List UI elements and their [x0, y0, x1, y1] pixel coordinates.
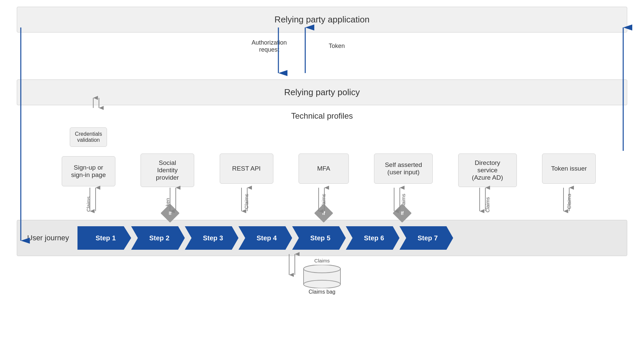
tp-signup-col: Credentialsvalidation Sign-up orsign-in … — [62, 127, 115, 219]
tech-profiles-section: Technical profiles Credentialsvalidation… — [17, 111, 627, 220]
claims-bag-arrow-labels: Claims — [314, 258, 330, 263]
user-journey-section: User journey Step 1 Step 2 Step 3 Step 4… — [17, 220, 627, 256]
if-diamond-4: If — [302, 206, 345, 220]
rp-policy-box: Relying party policy — [13, 79, 631, 105]
if-diamond-2: If — [145, 206, 195, 220]
claims-bag-text: Claims bag — [309, 289, 335, 295]
tp-self-col: Self asserted(user input) Claims — [374, 127, 433, 217]
step-6: Step 6 — [346, 226, 399, 250]
diagram-container: Relying party application Authorization … — [0, 0, 644, 362]
tp-rest-col: REST API Claims — [220, 127, 273, 217]
rp-application-label: Relying party application — [17, 7, 627, 33]
tech-profiles-label: Technical profiles — [17, 111, 627, 121]
if-diamonds-row: If If If — [17, 206, 627, 220]
tp-token-col: Token issuer Claims — [542, 127, 596, 217]
tp-box-dir: Directoryservice(Azure AD) — [458, 154, 517, 187]
step-2: Step 2 — [131, 226, 185, 250]
claims-bag-group: Claims Claims bag — [302, 258, 342, 295]
step-7: Step 7 — [399, 226, 453, 250]
rp-policy-label: Relying party policy — [17, 79, 627, 105]
arrow-area: Authorization request Token — [17, 33, 627, 79]
auth-request-label: Authorization request — [252, 39, 287, 53]
step-3: Step 3 — [185, 226, 238, 250]
token-label-top: Token — [329, 43, 345, 50]
steps-container: Step 1 Step 2 Step 3 Step 4 Step 5 Step … — [77, 226, 617, 250]
tp-dir-col: Directoryservice(Azure AD) Claims — [458, 127, 517, 220]
tp-box-social: SocialIdentityprovider — [141, 154, 194, 187]
tp-box-signup: Sign-up orsign-in page — [62, 156, 115, 186]
svg-point-34 — [304, 280, 340, 288]
credentials-box: Credentialsvalidation — [70, 127, 107, 147]
tp-mfa-col: MFA Claims — [299, 127, 349, 217]
claims-bag-cylinder — [302, 265, 342, 288]
step-1: Step 1 — [77, 226, 131, 250]
step-5: Step 5 — [292, 226, 346, 250]
tp-box-self: Self asserted(user input) — [374, 154, 433, 184]
tp-box-token: Token issuer — [542, 154, 596, 184]
tp-box-mfa: MFA — [299, 154, 349, 184]
user-journey-label: User journey — [27, 234, 71, 242]
rp-application-box: Relying party application — [13, 7, 631, 33]
if-diamond-5: If — [374, 206, 431, 220]
claims-bag-section: Claims Claims bag — [17, 256, 627, 296]
claims-bag-label-down: Claims — [314, 258, 330, 263]
tp-box-rest: REST API — [220, 154, 273, 184]
step-4: Step 4 — [238, 226, 292, 250]
svg-point-35 — [304, 265, 340, 273]
